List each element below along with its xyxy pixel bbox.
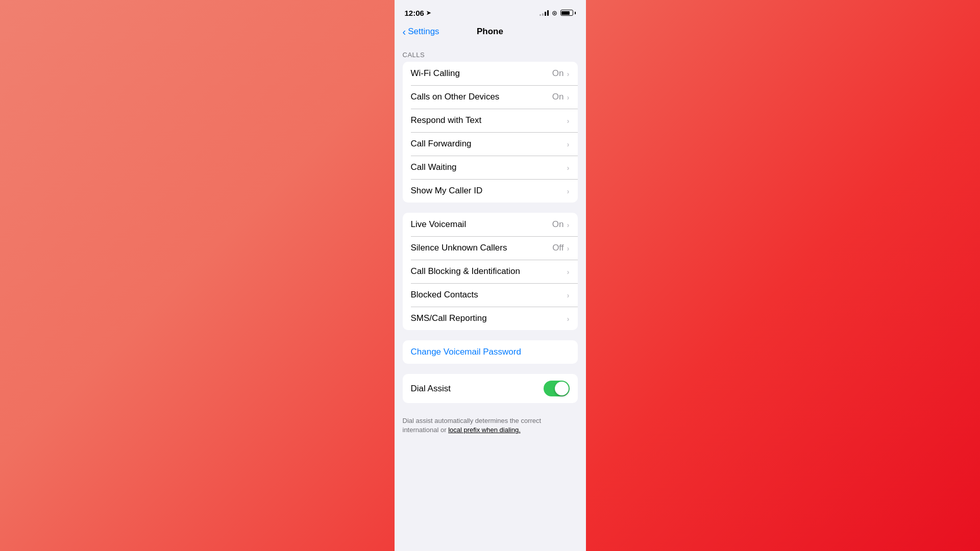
status-bar: 12:06 ➤ ⊛ [395, 0, 586, 22]
call-blocking-right: › [567, 267, 570, 276]
sms-reporting-row[interactable]: SMS/Call Reporting › [403, 307, 578, 330]
signal-bars [540, 10, 549, 16]
battery-tip [575, 12, 576, 14]
call-blocking-row[interactable]: Call Blocking & Identification › [403, 260, 578, 283]
blocked-contacts-row[interactable]: Blocked Contacts › [403, 283, 578, 307]
location-icon: ➤ [426, 10, 431, 16]
dial-assist-description: Dial assist automatically determines the… [395, 413, 586, 443]
silence-unknown-chevron: › [567, 244, 570, 253]
show-caller-id-right: › [567, 187, 570, 195]
respond-with-text-row[interactable]: Respond with Text › [403, 109, 578, 132]
call-forwarding-row[interactable]: Call Forwarding › [403, 132, 578, 156]
battery-body [560, 10, 573, 16]
respond-with-text-label: Respond with Text [411, 115, 482, 126]
local-prefix-link[interactable]: local prefix when dialing. [448, 426, 521, 434]
wifi-calling-label: Wi-Fi Calling [411, 68, 460, 79]
calls-other-devices-row[interactable]: Calls on Other Devices On › [403, 85, 578, 109]
battery-fill [561, 11, 570, 15]
back-label: Settings [408, 27, 439, 37]
signal-bar-2 [542, 13, 544, 16]
signal-bar-3 [545, 12, 546, 16]
call-forwarding-chevron: › [567, 140, 570, 148]
battery [560, 10, 576, 16]
dial-assist-label: Dial Assist [411, 384, 451, 394]
page-title: Phone [477, 27, 503, 37]
back-button[interactable]: ‹ Settings [403, 27, 439, 37]
live-voicemail-chevron: › [567, 220, 570, 229]
show-caller-id-label: Show My Caller ID [411, 186, 483, 196]
call-forwarding-label: Call Forwarding [411, 139, 472, 149]
live-voicemail-row[interactable]: Live Voicemail On › [403, 213, 578, 236]
change-voicemail-group: Change Voicemail Password [403, 340, 578, 364]
wifi-calling-chevron: › [567, 69, 570, 78]
call-waiting-right: › [567, 163, 570, 172]
show-caller-id-row[interactable]: Show My Caller ID › [403, 179, 578, 203]
signal-bar-4 [547, 10, 549, 16]
live-voicemail-label: Live Voicemail [411, 219, 467, 230]
change-voicemail-password-row[interactable]: Change Voicemail Password [403, 340, 578, 364]
call-blocking-chevron: › [567, 267, 570, 276]
respond-with-text-chevron: › [567, 116, 570, 125]
status-icons: ⊛ [540, 9, 576, 17]
sms-reporting-label: SMS/Call Reporting [411, 313, 487, 323]
call-forwarding-right: › [567, 140, 570, 148]
silence-unknown-row[interactable]: Silence Unknown Callers Off › [403, 236, 578, 260]
call-waiting-chevron: › [567, 163, 570, 172]
blocked-contacts-right: › [567, 291, 570, 299]
time-display: 12:06 [405, 9, 424, 17]
phone-screen: 12:06 ➤ ⊛ ‹ Settings Phone [395, 0, 586, 551]
wifi-calling-value: On [552, 68, 564, 79]
dial-assist-right [544, 381, 570, 396]
dial-assist-row: Dial Assist [403, 374, 578, 403]
silence-unknown-value: Off [552, 243, 564, 253]
live-voicemail-value: On [552, 219, 564, 230]
call-blocking-label: Call Blocking & Identification [411, 266, 521, 277]
sms-reporting-right: › [567, 314, 570, 323]
dial-assist-group: Dial Assist [403, 374, 578, 403]
sms-reporting-chevron: › [567, 314, 570, 323]
calls-other-devices-chevron: › [567, 93, 570, 102]
blocked-contacts-chevron: › [567, 291, 570, 299]
wifi-calling-row[interactable]: Wi-Fi Calling On › [403, 62, 578, 85]
calls-other-devices-right: On › [552, 92, 570, 102]
voicemail-group: Live Voicemail On › Silence Unknown Call… [403, 213, 578, 330]
call-waiting-row[interactable]: Call Waiting › [403, 156, 578, 179]
silence-unknown-label: Silence Unknown Callers [411, 243, 507, 253]
calls-other-devices-value: On [552, 92, 564, 102]
silence-unknown-right: Off › [552, 243, 569, 253]
status-time: 12:06 ➤ [405, 9, 431, 17]
settings-content: CALLS Wi-Fi Calling On › Calls on Other … [395, 43, 586, 551]
dial-assist-toggle[interactable] [544, 381, 570, 396]
change-voicemail-password-label: Change Voicemail Password [411, 347, 521, 357]
wifi-calling-right: On › [552, 68, 570, 79]
calls-other-devices-label: Calls on Other Devices [411, 92, 500, 102]
toggle-knob [555, 382, 569, 395]
blocked-contacts-label: Blocked Contacts [411, 290, 478, 300]
respond-with-text-right: › [567, 116, 570, 125]
call-waiting-label: Call Waiting [411, 162, 457, 172]
calls-section-label: CALLS [395, 43, 586, 62]
signal-bar-1 [540, 14, 541, 16]
show-caller-id-chevron: › [567, 187, 570, 195]
live-voicemail-right: On › [552, 219, 570, 230]
back-chevron-icon: ‹ [403, 27, 406, 37]
nav-header: ‹ Settings Phone [395, 22, 586, 43]
calls-group: Wi-Fi Calling On › Calls on Other Device… [403, 62, 578, 203]
wifi-icon: ⊛ [552, 9, 557, 17]
